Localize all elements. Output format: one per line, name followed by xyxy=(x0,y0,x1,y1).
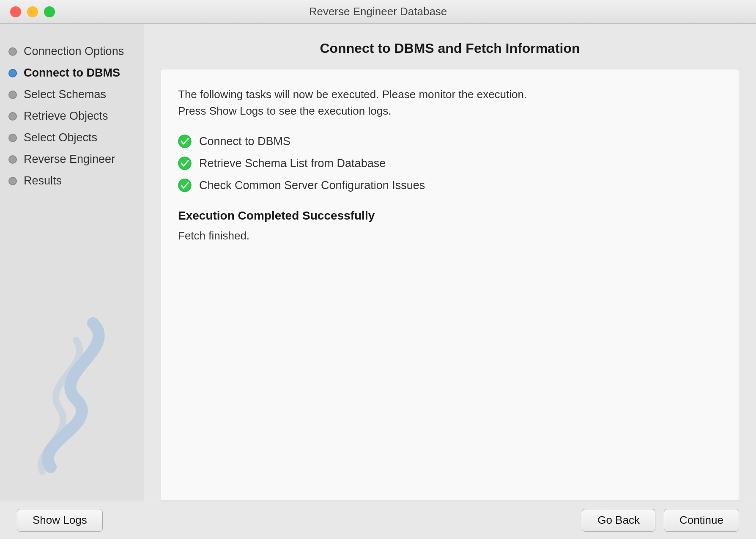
sidebar-dot-connection-options xyxy=(8,47,17,56)
sidebar-decoration xyxy=(8,315,118,476)
sidebar: Connection Options Connect to DBMS Selec… xyxy=(0,24,144,501)
success-icon-retrieve-schema xyxy=(178,157,192,170)
sidebar-label-select-schemas: Select Schemas xyxy=(24,88,106,101)
sidebar-dot-reverse-engineer xyxy=(8,155,17,164)
sidebar-item-select-schemas[interactable]: Select Schemas xyxy=(8,84,144,105)
svg-point-0 xyxy=(178,135,191,148)
go-back-button[interactable]: Go Back xyxy=(582,509,655,532)
sidebar-item-results[interactable]: Results xyxy=(8,170,144,192)
sidebar-label-select-objects: Select Objects xyxy=(24,131,97,144)
sidebar-item-reverse-engineer[interactable]: Reverse Engineer xyxy=(8,148,144,170)
continue-button[interactable]: Continue xyxy=(664,509,739,532)
title-bar: Reverse Engineer Database xyxy=(0,0,756,24)
success-heading: Execution Completed Successfully xyxy=(178,209,722,223)
fetch-text: Fetch finished. xyxy=(178,229,722,242)
intro-line1: The following tasks will now be executed… xyxy=(178,88,527,101)
intro-text: The following tasks will now be executed… xyxy=(178,86,722,119)
main-content: Connection Options Connect to DBMS Selec… xyxy=(0,24,756,501)
sidebar-item-select-objects[interactable]: Select Objects xyxy=(8,127,144,148)
sidebar-dot-select-schemas xyxy=(8,91,17,99)
svg-point-2 xyxy=(178,179,191,192)
task-list: Connect to DBMS Retrieve Schema List fro… xyxy=(178,135,722,192)
sidebar-label-connection-options: Connection Options xyxy=(24,45,124,58)
task-item-retrieve-schema: Retrieve Schema List from Database xyxy=(178,157,722,170)
task-label-check-config: Check Common Server Configuration Issues xyxy=(199,179,425,192)
window-controls xyxy=(10,6,55,17)
sidebar-label-connect-to-dbms: Connect to DBMS xyxy=(24,66,120,80)
show-logs-button[interactable]: Show Logs xyxy=(17,509,103,532)
intro-line2: Press Show Logs to see the execution log… xyxy=(178,104,391,117)
task-label-retrieve-schema: Retrieve Schema List from Database xyxy=(199,157,386,170)
sidebar-dot-select-objects xyxy=(8,134,17,142)
footer: Show Logs Go Back Continue xyxy=(0,501,756,539)
window-title: Reverse Engineer Database xyxy=(309,5,447,18)
maximize-button[interactable] xyxy=(44,6,55,17)
right-panel: Connect to DBMS and Fetch Information Th… xyxy=(144,24,756,501)
sidebar-item-retrieve-objects[interactable]: Retrieve Objects xyxy=(8,105,144,127)
content-box: The following tasks will now be executed… xyxy=(161,69,739,501)
sidebar-item-connect-to-dbms[interactable]: Connect to DBMS xyxy=(8,62,144,84)
svg-point-1 xyxy=(178,157,191,170)
success-icon-connect xyxy=(178,135,192,148)
footer-right-buttons: Go Back Continue xyxy=(582,509,739,532)
task-item-connect: Connect to DBMS xyxy=(178,135,722,148)
sidebar-item-connection-options[interactable]: Connection Options xyxy=(8,41,144,62)
minimize-button[interactable] xyxy=(27,6,38,17)
sidebar-dot-results xyxy=(8,177,17,185)
sidebar-dot-retrieve-objects xyxy=(8,112,17,121)
sidebar-dot-connect-to-dbms xyxy=(8,69,17,77)
sidebar-label-reverse-engineer: Reverse Engineer xyxy=(24,153,115,166)
sidebar-label-results: Results xyxy=(24,174,62,187)
success-icon-check-config xyxy=(178,179,192,192)
close-button[interactable] xyxy=(10,6,21,17)
task-item-check-config: Check Common Server Configuration Issues xyxy=(178,179,722,192)
panel-title: Connect to DBMS and Fetch Information xyxy=(161,41,739,56)
task-label-connect: Connect to DBMS xyxy=(199,135,290,148)
sidebar-label-retrieve-objects: Retrieve Objects xyxy=(24,110,108,123)
